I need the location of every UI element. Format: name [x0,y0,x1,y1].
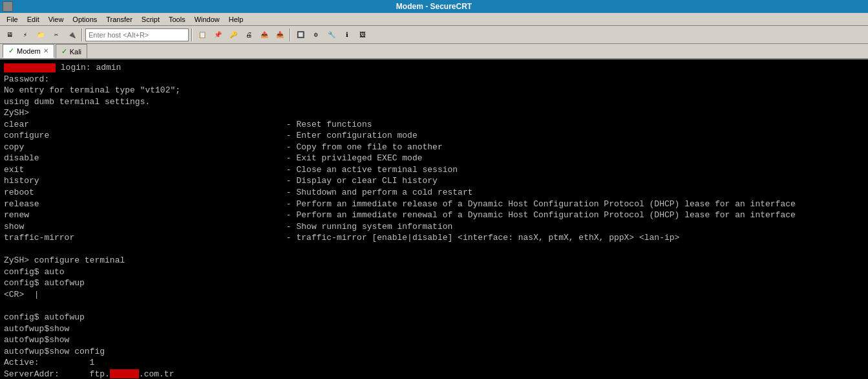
menu-tools[interactable]: Tools [165,14,189,25]
btn10[interactable]: 📤 [257,28,271,42]
btn5[interactable]: 🔌 [65,28,79,42]
app-icon [3,1,13,12]
tab-kali-check: ✓ [61,47,67,56]
title-bar: Modem - SecureCRT [0,0,868,13]
btn14[interactable]: 🔧 [324,28,339,42]
menu-edit[interactable]: Edit [23,14,43,25]
btn11[interactable]: 📥 [273,28,287,42]
btn4[interactable]: ✂ [49,28,63,42]
btn7[interactable]: 📌 [211,28,225,42]
redacted-hostname [4,63,56,72]
tab-modem-close[interactable]: ✕ [43,47,48,54]
window-title: Modem - SecureCRT [396,2,472,11]
sep1 [81,28,83,41]
menu-window[interactable]: Window [191,14,224,25]
toolbar: 🖥 ⚡ 📁 ✂ 🔌 📋 📌 🔑 🖨 📤 📥 🔲 ⚙ 🔧 ℹ 🖼 [0,26,868,44]
btn16[interactable]: 🖼 [355,28,370,42]
sep2 [191,28,193,41]
menu-view[interactable]: View [45,14,68,25]
terminal-area[interactable]: login: admin Password: No entry for term… [0,60,868,379]
sep3 [290,28,291,41]
tab-kali[interactable]: ✓ Kali [56,44,87,58]
menu-script[interactable]: Script [138,14,164,25]
btn8[interactable]: 🔑 [226,28,240,42]
host-input[interactable] [85,28,189,41]
menu-bar: File Edit View Options Transfer Script T… [0,13,868,26]
btn13[interactable]: ⚙ [309,28,323,42]
menu-help[interactable]: Help [225,14,248,25]
btn15[interactable]: ℹ [340,28,354,42]
redacted-ftp-domain [110,369,139,378]
tab-modem-label: Modem [17,47,41,55]
tab-modem-check: ✓ [8,47,14,55]
btn6[interactable]: 📋 [195,28,209,42]
tab-kali-label: Kali [70,48,81,56]
menu-transfer[interactable]: Transfer [102,14,136,25]
connect-btn[interactable]: ⚡ [18,28,32,42]
btn12[interactable]: 🔲 [293,28,308,42]
tab-bar: ✓ Modem ✕ ✓ Kali [0,44,868,60]
btn3[interactable]: 📁 [34,28,48,42]
menu-options[interactable]: Options [69,14,101,25]
btn9[interactable]: 🖨 [242,28,256,42]
tab-modem[interactable]: ✓ Modem ✕ [3,44,54,58]
menu-file[interactable]: File [3,14,22,25]
new-session-btn[interactable]: 🖥 [3,28,17,42]
